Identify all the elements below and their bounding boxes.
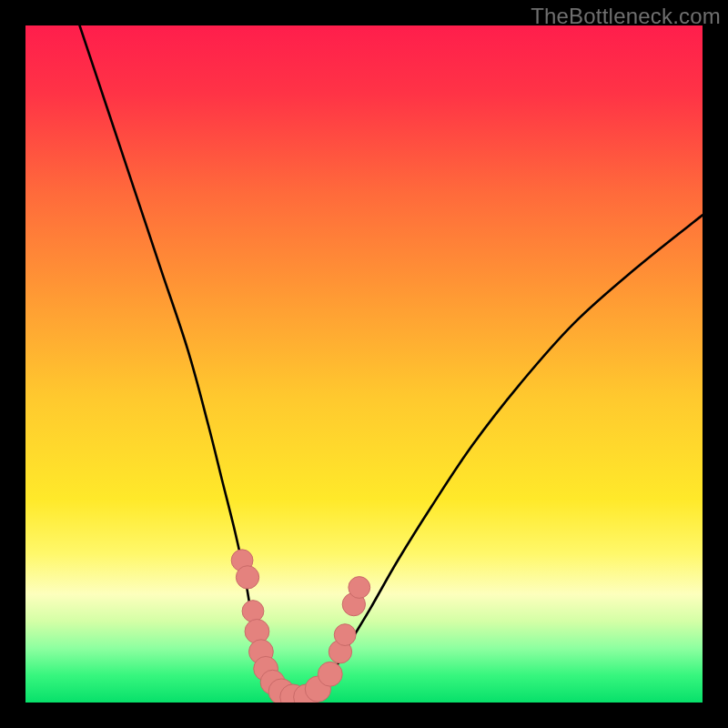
data-marker [242,601,264,622]
data-marker [334,624,356,646]
watermark-text: TheBottleneck.com [531,4,721,29]
frame-border: TheBottleneck.com [0,0,728,728]
data-marker [318,662,342,686]
data-marker [236,566,258,589]
plot-area [25,25,703,703]
data-marker [349,577,370,599]
bottleneck-curve-chart [25,25,703,703]
